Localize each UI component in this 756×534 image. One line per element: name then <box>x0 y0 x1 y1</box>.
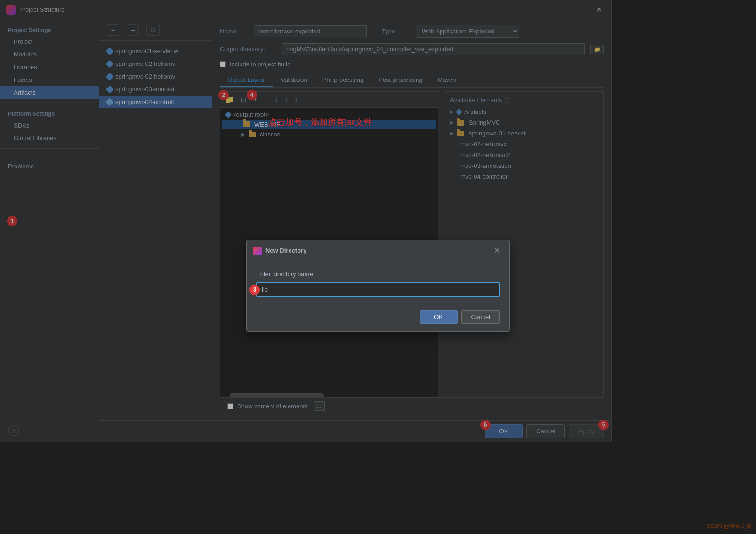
dialog-footer: OK Cancel <box>247 304 509 331</box>
dialog-close-button[interactable]: ✕ <box>491 245 503 256</box>
dialog-dir-label: Enter directory name: <box>256 271 500 278</box>
dialog-ok-button[interactable]: OK <box>420 310 458 324</box>
step3-badge: 3 <box>249 285 260 295</box>
dialog-body: Enter directory name: 3 <box>247 261 509 304</box>
dialog-overlay: New Directory ✕ Enter directory name: 3 … <box>0 0 756 534</box>
dialog-input-container: 3 <box>256 282 500 297</box>
dialog-app-icon <box>253 247 262 255</box>
dialog-dir-input[interactable] <box>256 282 500 297</box>
dialog-title: New Directory <box>265 247 487 254</box>
new-directory-dialog: New Directory ✕ Enter directory name: 3 … <box>246 240 510 332</box>
dialog-cancel-button[interactable]: Cancel <box>461 310 500 324</box>
dialog-title-bar: New Directory ✕ <box>247 240 509 261</box>
